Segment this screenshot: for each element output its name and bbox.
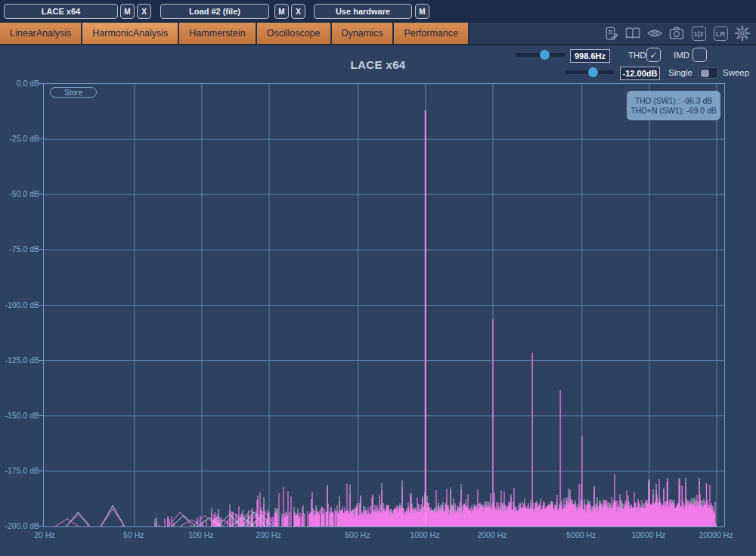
x-axis-label: 5000 Hz xyxy=(566,530,596,539)
x-axis-label: 20 Hz xyxy=(34,530,54,539)
y-axis-tick xyxy=(39,194,43,194)
camera-icon[interactable] xyxy=(668,24,686,42)
y-axis-label: -175.0 dB xyxy=(2,466,39,475)
slot2-x-button[interactable]: X xyxy=(291,4,305,19)
y-axis-tick xyxy=(39,83,43,84)
x-axis-label: 50 Hz xyxy=(123,530,144,539)
thd-checkbox[interactable]: ✓ xyxy=(646,48,661,62)
hardware-button[interactable]: Use hardware xyxy=(314,4,412,19)
y-axis-tick xyxy=(39,526,43,526)
top-bar: LACE x64MXLoad #2 (file)MXUse hardwareM xyxy=(0,0,756,23)
y-axis-label: -50.0 dB xyxy=(2,189,39,198)
frequency-slider[interactable] xyxy=(516,53,565,57)
thd-label: THD xyxy=(628,51,646,60)
hardware-m-button[interactable]: M xyxy=(415,4,429,19)
frequency-value-field[interactable]: 998.6Hz xyxy=(570,49,610,63)
thd-readout-line: THD (SW1) : -96.3 dB xyxy=(631,96,717,105)
y-axis-tick xyxy=(39,249,43,250)
plugin-window: LACE x64MXLoad #2 (file)MXUse hardwareM … xyxy=(0,0,756,556)
y-axis-label: -150.0 dB xyxy=(2,411,39,420)
slot2-m-button[interactable]: M xyxy=(274,4,289,19)
lr-icon[interactable]: LR xyxy=(711,24,730,42)
single-label: Single xyxy=(668,68,692,77)
spectrum-canvas[interactable] xyxy=(44,84,724,526)
x-axis-label: 10000 Hz xyxy=(631,530,665,539)
y-axis-tick xyxy=(39,360,43,361)
gear-icon[interactable] xyxy=(733,24,751,42)
tab-bar: LinearAnalysisHarmonicAnalysisHammerstei… xyxy=(0,23,756,45)
x-axis-label: 1000 Hz xyxy=(410,530,439,539)
slot1-x-button[interactable]: X xyxy=(137,4,151,19)
toolbar-icons: 1|2 LR xyxy=(602,23,751,44)
toggle-knob xyxy=(701,70,709,77)
imd-checkbox[interactable] xyxy=(692,48,707,62)
spectrum-plot[interactable]: Store THD (SW1) : -96.3 dB THD+N (SW1): … xyxy=(43,83,725,527)
y-axis-label: 0.0 dB xyxy=(2,79,39,88)
tab-dynamics[interactable]: Dynamics xyxy=(332,23,395,44)
x-axis-label: 500 Hz xyxy=(345,530,370,539)
x-axis-label: 100 Hz xyxy=(188,530,213,539)
tab-hammerstein[interactable]: Hammerstein xyxy=(179,23,256,44)
y-axis-tick xyxy=(39,471,43,471)
panel-title: LACE x64 xyxy=(350,58,405,71)
y-axis-tick xyxy=(39,415,43,416)
channel-12-icon[interactable]: 1|2 xyxy=(689,24,708,42)
sweep-label: Sweep xyxy=(723,68,749,77)
x-axis-label: 20000 Hz xyxy=(699,530,733,539)
x-axis-label: 2000 Hz xyxy=(477,530,507,539)
tab-performance[interactable]: Performance xyxy=(394,23,469,44)
slot1-m-button[interactable]: M xyxy=(120,4,135,19)
x-axis-label: 200 Hz xyxy=(256,530,280,539)
y-axis-label: -100.0 dB xyxy=(2,300,39,309)
store-button[interactable]: Store xyxy=(50,87,97,98)
y-axis-label: -75.0 dB xyxy=(2,244,39,253)
y-axis-label: -200.0 dB xyxy=(2,521,39,530)
y-axis-tick xyxy=(39,138,43,139)
thdn-readout-line: THD+N (SW1): -69.0 dB xyxy=(631,106,717,115)
slot1-plugin-button[interactable]: LACE x64 xyxy=(4,4,118,19)
thd-readout-tooltip: THD (SW1) : -96.3 dB THD+N (SW1): -69.0 … xyxy=(627,91,720,120)
tab-oscilloscope[interactable]: Oscilloscope xyxy=(257,23,332,44)
level-value-field[interactable]: -12.00dB xyxy=(620,67,660,80)
level-slider[interactable] xyxy=(565,70,614,74)
tab-harmonicanalysis[interactable]: HarmonicAnalysis xyxy=(82,23,179,44)
manual-book-icon[interactable] xyxy=(624,24,642,42)
slot2-load-button[interactable]: Load #2 (file) xyxy=(160,4,269,19)
tab-linearanalysis[interactable]: LinearAnalysis xyxy=(0,23,82,44)
single-sweep-toggle[interactable] xyxy=(699,67,718,79)
thd-checkmark: ✓ xyxy=(649,50,657,61)
eye-icon[interactable] xyxy=(646,24,664,42)
y-axis-label: -25.0 dB xyxy=(2,134,39,143)
imd-label: IMD xyxy=(674,51,689,60)
level-slider-thumb[interactable] xyxy=(588,67,598,77)
notes-edit-icon[interactable] xyxy=(602,24,620,42)
y-axis-tick xyxy=(39,305,43,306)
y-axis-label: -125.0 dB xyxy=(2,356,39,365)
frequency-slider-thumb[interactable] xyxy=(540,50,550,60)
